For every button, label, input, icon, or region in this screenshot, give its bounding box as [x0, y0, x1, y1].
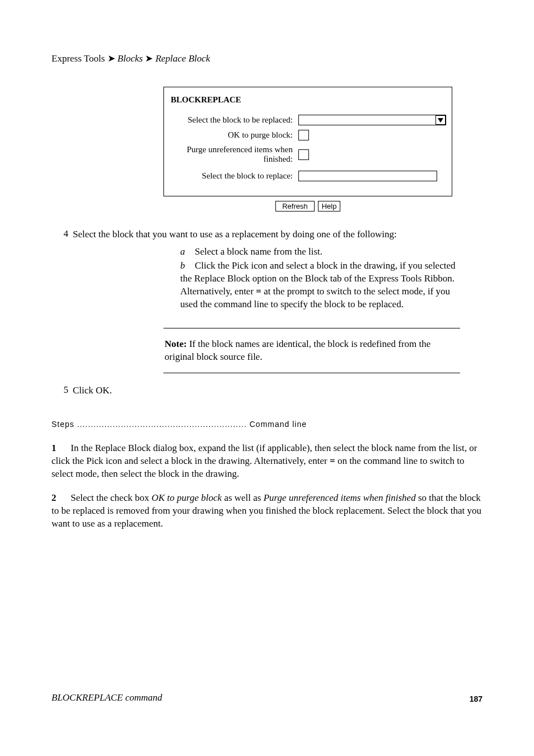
note-label: Note: [165, 339, 187, 349]
svg-marker-0 [438, 118, 443, 123]
breadcrumb-prefix: Express Tools [51, 53, 107, 64]
bullet-b: bClick the Pick icon and select a block … [180, 260, 466, 311]
label-purge-unref: Purge unreferenced items when finished: [170, 145, 298, 164]
cmdline-step-1: 1 In the Replace Block dialog box, expan… [51, 442, 483, 481]
cmdline-step-2: 2 Select the check box OK to purge block… [51, 492, 483, 530]
arrow-icon: ➤ [145, 53, 153, 64]
step-number-4: 4 [51, 228, 73, 241]
dropdown-select-block[interactable] [298, 115, 446, 125]
blockreplace-dialog: BLOCKREPLACE Select the block to be repl… [163, 87, 452, 196]
refresh-button[interactable]: Refresh [275, 201, 315, 212]
dialog-title: BLOCKREPLACE [171, 95, 446, 105]
help-button[interactable]: Help [318, 201, 340, 212]
label-select-block: Select the block to be replaced: [170, 115, 298, 125]
checkbox-purge-unref[interactable] [298, 149, 309, 160]
dropdown-arrow-icon[interactable] [435, 115, 446, 125]
arrow-icon: ➤ [107, 53, 115, 64]
label-select-replacement: Select the block to replace: [170, 171, 298, 181]
steps-heading: Steps ..................................… [51, 420, 483, 429]
checkbox-ok-purge[interactable] [298, 130, 309, 140]
bullet-a: aSelect a block name from the list. [180, 246, 466, 259]
step-4-text: Select the block that you want to use as… [73, 228, 483, 241]
breadcrumb: Express Tools ➤ Blocks ➤ Replace Block [51, 53, 483, 64]
footer-title: BLOCKREPLACE command [51, 692, 162, 703]
breadcrumb-seg2: Replace Block [156, 53, 210, 64]
step-number-5: 5 [51, 384, 73, 397]
breadcrumb-seg1: Blocks [118, 53, 146, 64]
label-ok-purge: OK to purge block: [170, 130, 298, 140]
note-block: Note: If the block names are identical, … [163, 328, 460, 374]
page-number: 187 [470, 694, 483, 703]
step-5-text: Click OK. [73, 384, 483, 397]
note-text: If the block names are identical, the bl… [165, 339, 430, 363]
input-select-replacement[interactable] [298, 171, 437, 181]
